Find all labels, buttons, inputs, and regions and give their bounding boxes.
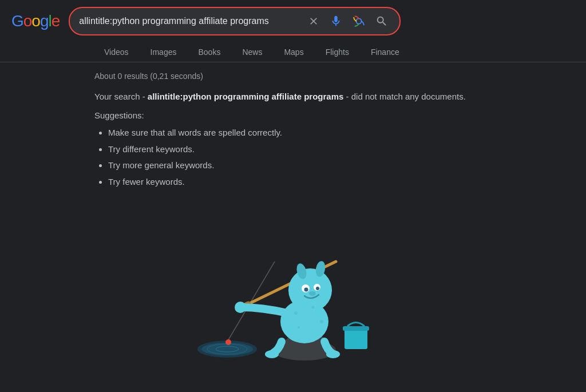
logo-e: e — [52, 12, 60, 30]
svg-point-19 — [309, 291, 316, 296]
svg-point-20 — [235, 302, 246, 313]
svg-line-7 — [228, 262, 275, 340]
suggestions-label: Suggestions: — [94, 110, 492, 120]
svg-point-26 — [298, 326, 300, 328]
google-logo: Google — [11, 12, 60, 30]
logo-o1: o — [23, 12, 32, 30]
fishing-illustration — [173, 201, 413, 362]
logo-g2: g — [40, 12, 49, 30]
tab-finance[interactable]: Finance — [361, 42, 409, 62]
svg-rect-0 — [353, 15, 365, 27]
header: Google — [0, 0, 586, 42]
suggestion-item: Try more general keywords. — [108, 157, 492, 174]
nav-tabs: Videos Images Books News Maps Flights Fi… — [0, 42, 586, 62]
svg-point-18 — [316, 287, 319, 290]
svg-point-12 — [288, 268, 332, 312]
tab-books[interactable]: Books — [188, 42, 230, 62]
illustration-area — [94, 201, 492, 362]
svg-point-24 — [312, 306, 315, 309]
no-match-query: allintitle:python programming affiliate … — [148, 92, 344, 101]
svg-point-22 — [326, 350, 340, 358]
tab-maps[interactable]: Maps — [274, 42, 313, 62]
search-bar — [69, 7, 401, 35]
suggestion-item: Make sure that all words are spelled cor… — [108, 125, 492, 141]
logo-g: G — [11, 12, 23, 30]
svg-point-21 — [265, 350, 279, 358]
clear-button[interactable] — [306, 13, 322, 29]
suggestion-item: Try different keywords. — [108, 141, 492, 158]
tab-images[interactable]: Images — [141, 42, 187, 62]
search-icon — [375, 15, 388, 27]
clear-icon — [308, 15, 319, 27]
search-button[interactable] — [373, 13, 390, 30]
visual-search-button[interactable] — [350, 13, 367, 30]
svg-rect-4 — [343, 326, 369, 331]
svg-point-17 — [304, 288, 308, 292]
logo-o2: o — [31, 12, 40, 30]
tab-flights[interactable]: Flights — [316, 42, 359, 62]
svg-point-25 — [320, 320, 323, 323]
suggestion-item: Try fewer keywords. — [108, 174, 492, 191]
search-icons — [306, 13, 390, 30]
tab-videos[interactable]: Videos — [94, 42, 138, 62]
svg-point-1 — [357, 18, 362, 23]
svg-point-23 — [294, 311, 298, 315]
microphone-icon — [330, 15, 342, 27]
no-match-prefix: Your search - — [94, 92, 148, 101]
tab-news[interactable]: News — [232, 42, 272, 62]
voice-search-button[interactable] — [327, 13, 345, 30]
lens-icon — [353, 15, 365, 27]
no-results-message: Your search - allintitle:python programm… — [94, 90, 492, 104]
suggestions-list: Make sure that all words are spelled cor… — [94, 125, 492, 190]
search-input[interactable] — [79, 16, 300, 26]
no-match-suffix: - did not match any documents. — [343, 92, 465, 101]
results-count: About 0 results (0,21 seconds) — [94, 72, 492, 81]
main-content: About 0 results (0,21 seconds) Your sear… — [0, 62, 586, 371]
